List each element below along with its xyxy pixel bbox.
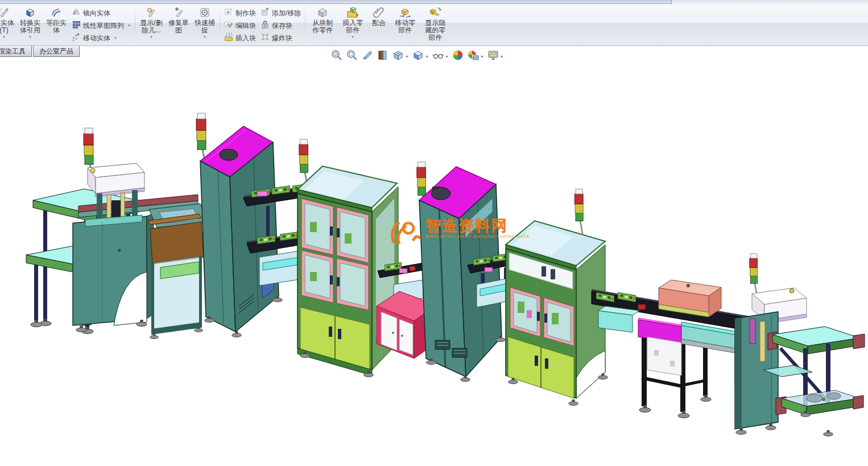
button-label: 等距实体 — [44, 19, 69, 34]
command-manager-tabs: 渲染工具 办公室产品 — [0, 46, 80, 57]
tower-light — [299, 139, 308, 187]
button-label: 快速捕捉 — [192, 19, 217, 34]
insert-components-button[interactable]: 插入零部件 ▼ — [338, 4, 367, 46]
save-block-button[interactable]: 保存块 — [258, 19, 303, 32]
dropdown-caret[interactable]: ▼ — [203, 35, 206, 39]
button-label: 移动实体 — [83, 34, 110, 43]
dropdown-caret[interactable]: ▼ — [114, 36, 117, 40]
dropdown-caret[interactable]: ▼ — [28, 35, 32, 39]
tab-office-products[interactable]: 办公室产品 — [33, 46, 80, 57]
insert-block-icon — [224, 32, 233, 44]
button-label: 配合 — [372, 19, 386, 27]
application-window: 裁实体(T) ▼ 转换实体引用 ▼ 等距实体 镜向实体 线性草图阵列 ▼ 移 — [0, 0, 868, 466]
button-label: 爆炸块 — [272, 34, 292, 43]
make-block-button[interactable]: 制作块 — [222, 7, 258, 19]
trim-entities-icon — [0, 6, 10, 19]
quick-snaps-button[interactable]: 快速捕捉 ▼ — [192, 4, 218, 46]
sketch-tools-column: 镜向实体 线性草图阵列 ▼ 移动实体 ▼ — [69, 4, 133, 46]
move-component-button[interactable]: 移动零部件 — [390, 4, 420, 46]
display-delete-relations-button[interactable]: 显示/删除几... ▼ — [137, 4, 166, 46]
group-separator — [220, 6, 220, 43]
repair-sketch-button[interactable]: 修复草图 — [166, 4, 192, 46]
convert-entities-button[interactable]: 转换实体引用 ▼ — [17, 4, 43, 46]
command-manager-ribbon: 裁实体(T) ▼ 转换实体引用 ▼ 等距实体 镜向实体 线性草图阵列 ▼ 移 — [0, 4, 868, 46]
trim-entities-button[interactable]: 裁实体(T) ▼ — [0, 4, 17, 46]
make-block-icon — [224, 7, 233, 19]
block-tools-column-1: 制作块 编辑块 插入块 — [222, 4, 258, 46]
window-top-strip-segment — [671, 0, 868, 4]
viewport-3d[interactable] — [0, 57, 868, 466]
show-hidden-components-icon — [429, 6, 441, 19]
group-separator — [305, 6, 305, 43]
move-component-icon — [399, 6, 411, 19]
mirror-entities-button[interactable]: 镜向实体 — [69, 7, 133, 19]
move-entities-icon — [72, 32, 81, 44]
button-label: 编辑块 — [235, 21, 256, 31]
make-part-from-block-icon — [316, 6, 329, 19]
edit-block-icon — [224, 20, 233, 31]
offset-entities-button[interactable]: 等距实体 — [43, 4, 69, 46]
linear-sketch-pattern-button[interactable]: 线性草图阵列 ▼ — [69, 19, 133, 32]
tower-light — [750, 254, 758, 296]
tab-render-tools[interactable]: 渲染工具 — [0, 46, 32, 57]
add-remove-button[interactable]: 添加/移除 — [258, 7, 303, 19]
insert-components-icon — [346, 6, 359, 19]
button-label: 制作块 — [235, 9, 256, 18]
button-label: 显示隐藏的零部件 — [423, 19, 448, 42]
button-label: 裁实体(T) — [0, 19, 16, 34]
edit-block-button[interactable]: 编辑块 — [222, 19, 258, 32]
tower-light — [196, 113, 206, 164]
button-label: 显示/删除几... — [139, 19, 164, 34]
mate-icon — [373, 6, 385, 19]
block-tools-column-2: 添加/移除 保存块 爆炸块 — [258, 4, 303, 46]
button-label: 线性草图阵列 — [83, 21, 124, 31]
button-label: 修复草图 — [166, 19, 191, 34]
mate-button[interactable]: 配合 — [367, 4, 390, 46]
move-entities-button[interactable]: 移动实体 ▼ — [69, 32, 133, 44]
dropdown-caret[interactable]: ▼ — [2, 35, 6, 39]
save-block-icon — [261, 20, 270, 31]
group-separator — [135, 6, 135, 43]
right-unload-stair-conveyor[interactable] — [735, 254, 865, 436]
repair-sketch-icon — [173, 6, 184, 19]
dropdown-caret[interactable]: ▼ — [127, 23, 131, 28]
offset-entities-icon — [51, 6, 62, 19]
button-label: 转换实体引用 — [18, 19, 43, 34]
tower-light — [574, 189, 583, 234]
button-label: 插入块 — [235, 34, 256, 43]
mirror-entities-icon — [72, 7, 81, 19]
button-label: 移动零部件 — [392, 19, 418, 34]
display-delete-relations-icon — [146, 6, 157, 19]
dropdown-caret[interactable]: ▼ — [150, 35, 153, 39]
brown-buffer-enclosure[interactable] — [148, 204, 208, 339]
insert-block-button[interactable]: 插入块 — [222, 32, 258, 44]
dropdown-caret[interactable]: ▼ — [351, 35, 354, 39]
add-remove-icon — [261, 7, 270, 19]
button-label: 从块制作零件 — [310, 19, 335, 34]
convert-entities-icon — [24, 6, 36, 19]
linear-sketch-pattern-icon — [72, 20, 81, 31]
button-label: 保存块 — [272, 21, 292, 31]
show-hidden-components-button[interactable]: 显示隐藏的零部件 — [420, 4, 450, 46]
button-label: 镜向实体 — [83, 9, 110, 18]
quick-snaps-icon — [199, 6, 210, 19]
window-top-strip — [0, 0, 868, 4]
make-part-from-block-button[interactable]: 从块制作零件 — [307, 4, 338, 46]
explode-block-button[interactable]: 爆炸块 — [258, 32, 303, 44]
button-label: 添加/移除 — [272, 9, 301, 18]
explode-block-icon — [261, 32, 270, 44]
button-label: 插入零部件 — [340, 19, 365, 34]
